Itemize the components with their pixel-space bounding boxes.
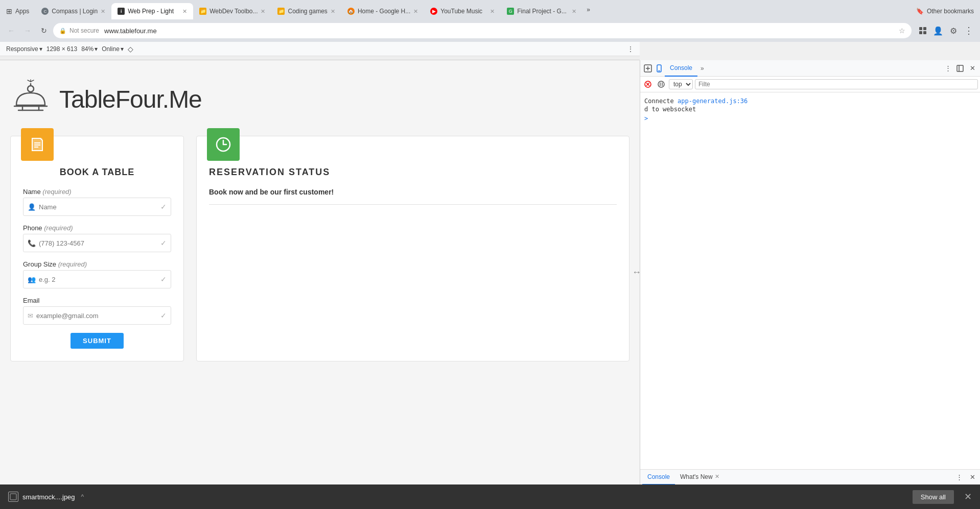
clear-console-button[interactable]	[642, 79, 654, 90]
reservation-status-content: RESERVATION STATUS Book now and be our f…	[197, 136, 629, 217]
tab-coding-close[interactable]: ✕	[331, 8, 335, 15]
reservation-status-title: RESERVATION STATUS	[209, 167, 617, 178]
not-secure-label: Not secure	[69, 27, 99, 34]
tab-coding-label: Coding games	[288, 8, 327, 15]
console-link-1[interactable]: app-generated.js:36	[678, 98, 748, 105]
download-filename: smartmock....jpeg	[22, 493, 75, 501]
zoom-select[interactable]: 84% ▾	[81, 45, 98, 53]
whatsnew-close-icon[interactable]: ✕	[715, 473, 719, 480]
ruler-line	[0, 56, 640, 60]
no-throttle-icon[interactable]: ◇	[128, 45, 133, 53]
submit-button[interactable]: SUBMIT	[71, 333, 124, 349]
download-chevron-icon[interactable]: ^	[81, 493, 84, 500]
tab-apps[interactable]: ⊞ Apps	[0, 3, 35, 19]
devtools-top-right: ⋮ ✕	[942, 63, 978, 74]
tab-youtube[interactable]: ▶ YouTube Music ✕	[424, 3, 501, 19]
inspect-element-button[interactable]	[642, 63, 654, 74]
tab-webprep-close[interactable]: ✕	[182, 8, 187, 15]
tab-webdev[interactable]: 📁 WebDev Toolbo... ✕	[193, 3, 271, 19]
svg-line-10	[28, 80, 31, 82]
devtools-more-button[interactable]: ⋮	[942, 63, 953, 74]
online-label: Online	[102, 45, 120, 53]
viewport-resize-handle[interactable]: ↔	[634, 60, 640, 484]
back-button[interactable]: ←	[4, 23, 18, 38]
bookmark-icon: 🔖	[916, 8, 924, 15]
svg-rect-25	[957, 65, 963, 71]
console-caret[interactable]: >	[644, 115, 976, 122]
tab-youtube-close[interactable]: ✕	[490, 8, 495, 15]
tab-webprep[interactable]: i Web Prep - Light ✕	[111, 3, 193, 19]
email-check-icon: ✓	[160, 311, 167, 320]
devtools-close-button[interactable]: ✕	[967, 63, 978, 74]
reservation-status-message: Book now and be our first customer!	[209, 188, 617, 205]
group-size-label: Group Size (required)	[23, 260, 171, 268]
device-toggle-button[interactable]	[654, 63, 665, 74]
name-input-wrap: 👤 ✓	[23, 198, 171, 216]
name-form-group: Name (required) 👤 ✓	[23, 188, 171, 216]
apps-grid-icon: ⊞	[6, 7, 12, 15]
tab-youtube-label: YouTube Music	[440, 8, 482, 15]
responsive-mode-label: Responsive	[6, 45, 38, 53]
context-select[interactable]: top	[669, 79, 693, 89]
tabs-more-button[interactable]: »	[582, 6, 594, 13]
tab-final[interactable]: G Final Project - G... ✕	[501, 3, 582, 19]
group-size-input[interactable]	[39, 276, 160, 283]
extensions-button[interactable]	[916, 23, 930, 38]
responsive-mode-select[interactable]: Responsive ▾	[6, 45, 42, 53]
main-split: Responsive ▾ 1298 × 613 84% ▾ Online ▾ ◇…	[0, 42, 980, 484]
email-form-group: Email ✉ ✓	[23, 297, 171, 325]
bottom-bar-close-button[interactable]: ✕	[964, 491, 972, 502]
svg-point-4	[28, 86, 34, 92]
tab-compass-close[interactable]: ✕	[101, 8, 105, 15]
final-favicon: G	[507, 8, 514, 15]
svg-line-11	[31, 80, 34, 82]
devtools-tab-more[interactable]: »	[697, 65, 707, 72]
devtools-bottom-tab-console[interactable]: Console	[642, 470, 675, 485]
tab-compass[interactable]: C Compass | Login ✕	[35, 3, 111, 19]
tab-home[interactable]: 🏠 Home - Google H... ✕	[341, 3, 424, 19]
email-icon: ✉	[28, 312, 33, 320]
responsive-more-icon[interactable]: ⋮	[627, 45, 634, 53]
forward-button[interactable]: →	[20, 23, 35, 38]
devtools-bottom-close-button[interactable]: ✕	[967, 472, 978, 483]
profile-button[interactable]: 👤	[931, 23, 945, 38]
online-select[interactable]: Online ▾	[102, 45, 124, 53]
filter-input[interactable]	[695, 79, 978, 89]
devtools-console-output: Connecte app-generated.js:36 d to websoc…	[640, 92, 980, 469]
devtools-bottom-tab-whatsnew[interactable]: What's New ✕	[675, 470, 725, 485]
tab-home-label: Home - Google H...	[358, 8, 410, 15]
star-icon[interactable]: ☆	[899, 27, 905, 35]
devtools-bottom-more-button[interactable]: ⋮	[953, 472, 965, 483]
tab-final-close[interactable]: ✕	[572, 8, 576, 15]
svg-point-30	[658, 81, 664, 87]
download-file-icon	[8, 492, 18, 502]
settings-button[interactable]: ⚙	[946, 23, 961, 38]
address-input-wrap[interactable]: 🔒 Not secure www.tablefour.me ☆	[53, 23, 912, 38]
tab-apps-label: Apps	[15, 8, 29, 15]
refresh-button[interactable]: ↻	[37, 23, 51, 38]
tab-webdev-close[interactable]: ✕	[261, 8, 265, 15]
resize-arrows-icon: ↔	[632, 267, 640, 278]
name-label: Name (required)	[23, 188, 171, 196]
tab-home-close[interactable]: ✕	[413, 8, 418, 15]
pause-on-exceptions-button[interactable]	[656, 79, 667, 90]
phone-input[interactable]	[39, 239, 160, 247]
devtools-undock-button[interactable]	[954, 63, 966, 74]
webprep-favicon: i	[118, 8, 125, 15]
site-logo	[10, 79, 51, 119]
page-container: TableFour.Me	[0, 60, 640, 484]
name-input[interactable]	[39, 203, 160, 211]
tab-webprep-label: Web Prep - Light	[128, 8, 174, 15]
devtools-tab-console[interactable]: Console	[665, 60, 697, 77]
phone-label: Phone (required)	[23, 224, 171, 232]
reservation-status-icon	[207, 128, 240, 161]
name-icon: 👤	[28, 203, 36, 211]
other-bookmarks-tab[interactable]: 🔖 Other bookmarks	[910, 3, 980, 19]
tab-coding[interactable]: 📁 Coding games ✕	[271, 3, 341, 19]
show-all-button[interactable]: Show all	[913, 490, 954, 504]
tab-bar: ⊞ Apps C Compass | Login ✕ i Web Prep - …	[0, 0, 980, 19]
compass-favicon: C	[41, 8, 49, 15]
more-options-button[interactable]: ⋮	[962, 23, 976, 38]
group-size-check-icon: ✓	[160, 275, 167, 283]
email-input[interactable]	[36, 312, 160, 320]
